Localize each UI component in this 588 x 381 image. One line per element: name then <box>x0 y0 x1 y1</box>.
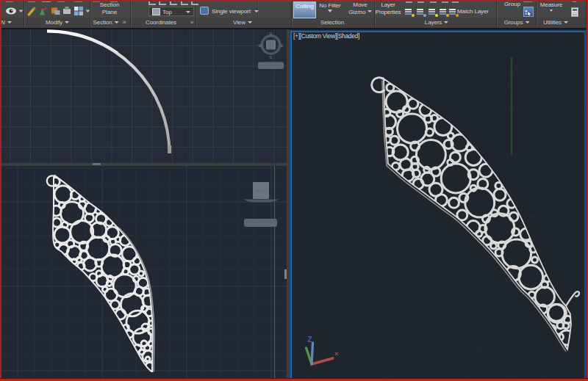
svg-text:N: N <box>270 32 273 36</box>
svg-text:FRONT: FRONT <box>254 189 267 193</box>
svg-text:Z: Z <box>308 335 312 344</box>
svg-text:×: × <box>334 349 339 358</box>
svg-text:W: W <box>258 43 262 48</box>
